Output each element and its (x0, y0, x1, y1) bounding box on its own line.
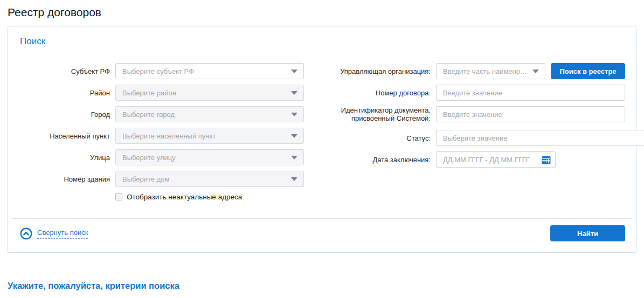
street-placeholder: Выберите улицу (122, 154, 176, 162)
status-dropdown[interactable]: Выберите значение (436, 130, 644, 146)
page-title: Реестр договоров (8, 5, 636, 19)
chevron-down-icon (291, 134, 297, 138)
subject-rf-dropdown[interactable]: Выберите субъект РФ (115, 63, 304, 79)
status-placeholder: Выберите значение (443, 134, 507, 142)
district-dropdown[interactable]: Выберите район (115, 85, 304, 101)
inactive-addresses-row: Отобразить неактуальные адреса (115, 192, 304, 201)
contract-number-label: Номер договора: (334, 89, 431, 97)
address-column: Субъект РФ Выберите субъект РФ Район Выб… (19, 63, 304, 201)
page: { "page": { "title": "Реестр договоров",… (0, 0, 644, 298)
managing-org-label: Управляющая организация: (334, 67, 431, 75)
chevron-down-icon (291, 91, 297, 95)
managing-org-field-area: Введите часть наименова... Поиск в реест… (436, 63, 625, 79)
city-label: Город (19, 110, 110, 119)
conclusion-date-label: Дата заключения: (334, 156, 431, 164)
district-placeholder: Выберите район (122, 89, 176, 97)
subject-rf-label: Субъект РФ (19, 67, 110, 75)
form-row-contract-number: Номер договора: (334, 85, 625, 101)
building-number-placeholder: Выберите дом (122, 175, 169, 183)
form-row-managing-org: Управляющая организация: Введите часть н… (334, 63, 625, 79)
show-inactive-addresses-checkbox[interactable] (115, 193, 122, 200)
panel-footer: Свернуть поиск Найти (19, 219, 625, 247)
document-id-input[interactable] (436, 106, 625, 122)
calendar-icon[interactable] (542, 155, 551, 164)
chevron-down-icon (291, 156, 297, 160)
form-row-city: Город Выберите город (19, 106, 304, 122)
chevron-down-icon (532, 70, 539, 73)
chevron-down-icon (291, 177, 297, 181)
form-row-street: Улица Выберите улицу (19, 149, 304, 165)
street-dropdown[interactable]: Выберите улицу (115, 149, 304, 165)
form-row-settlement: Населенный пункт Выберите населенный пун… (19, 128, 304, 144)
subject-rf-placeholder: Выберите субъект РФ (122, 67, 194, 75)
city-placeholder: Выберите город (122, 110, 175, 119)
chevron-up-circle-icon[interactable] (20, 227, 32, 240)
conclusion-date-input[interactable]: ДД.ММ.ГГГГ - ДД.ММ.ГГГГ (436, 151, 556, 168)
form-row-district: Район Выберите район (19, 85, 304, 101)
district-label: Район (19, 89, 110, 97)
chevron-down-icon (291, 113, 297, 116)
form-row-document-id: Идентификатор документа, присвоенный Сис… (334, 106, 625, 122)
city-dropdown[interactable]: Выберите город (115, 106, 304, 122)
collapse-search-link[interactable]: Свернуть поиск (20, 227, 88, 240)
form-row-building-number: Номер здания Выберите дом (19, 171, 304, 187)
form-row-subject-rf: Субъект РФ Выберите субъект РФ (19, 63, 304, 79)
collapse-search-label: Свернуть поиск (37, 228, 88, 239)
search-form: Субъект РФ Выберите субъект РФ Район Выб… (19, 63, 625, 201)
form-row-conclusion-date: Дата заключения: ДД.ММ.ГГГГ - ДД.ММ.ГГГГ (334, 151, 625, 168)
status-label: Статус: (334, 134, 431, 142)
contract-number-input[interactable] (436, 85, 625, 101)
street-label: Улица (19, 154, 110, 162)
show-inactive-addresses-label: Отобразить неактуальные адреса (127, 193, 242, 201)
settlement-label: Населенный пункт (19, 132, 110, 140)
registry-search-button[interactable]: Поиск в реестре (551, 63, 625, 79)
settlement-placeholder: Выберите населенный пункт (122, 132, 216, 140)
document-id-label: Идентификатор документа, присвоенный Сис… (334, 106, 431, 122)
managing-org-combobox[interactable]: Введите часть наименова... (436, 63, 545, 79)
criteria-column: Управляющая организация: Введите часть н… (334, 63, 625, 173)
building-number-label: Номер здания (19, 175, 110, 183)
building-number-dropdown[interactable]: Выберите дом (115, 171, 304, 187)
chevron-down-icon (291, 70, 297, 73)
panel-title: Поиск (19, 36, 625, 47)
search-panel: Поиск Субъект РФ Выберите субъект РФ Рай… (8, 26, 636, 253)
form-row-status: Статус: Выберите значение (334, 130, 625, 146)
settlement-dropdown[interactable]: Выберите населенный пункт (115, 128, 304, 144)
empty-state-message: Укажите, пожалуйста, критерии поиска (8, 281, 636, 291)
conclusion-date-placeholder: ДД.ММ.ГГГГ - ДД.ММ.ГГГГ (443, 156, 530, 164)
find-button[interactable]: Найти (550, 225, 625, 241)
managing-org-placeholder: Введите часть наименова... (443, 67, 529, 75)
